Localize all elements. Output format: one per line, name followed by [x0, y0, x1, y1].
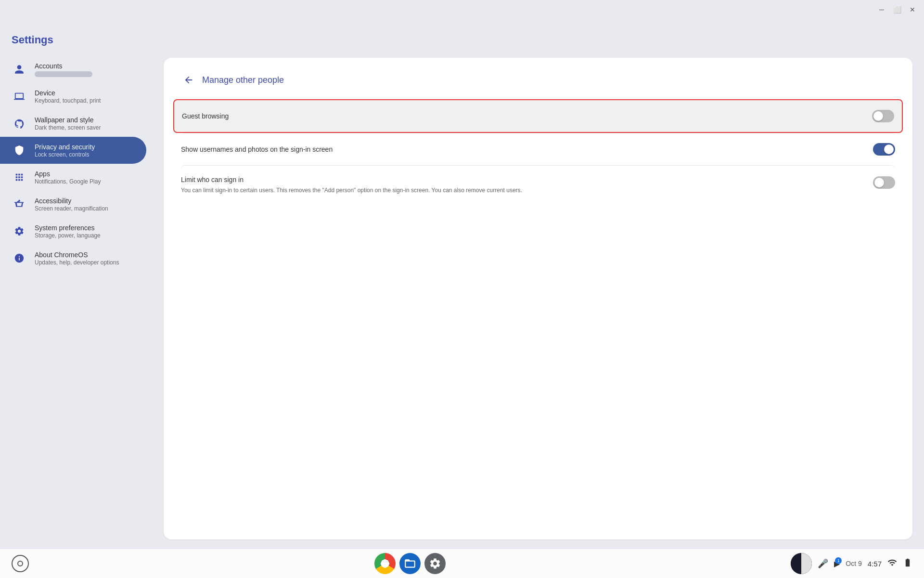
privacy-label: Privacy and security	[35, 143, 95, 151]
accessibility-label: Accessibility	[35, 197, 108, 205]
show-usernames-text: Show usernames and photos on the sign-in…	[181, 145, 873, 154]
mic-button[interactable]: 🎤	[818, 558, 828, 569]
accessibility-sub: Screen reader, magnification	[35, 205, 108, 212]
system-text: System preferences Storage, power, langu…	[35, 224, 101, 239]
accessibility-icon	[12, 197, 27, 212]
toggle-knob	[873, 111, 883, 121]
system-sub: Storage, power, language	[35, 232, 101, 239]
guest-browsing-label: Guest browsing	[182, 112, 229, 120]
account-circle-icon	[12, 62, 27, 77]
sidebar-item-accessibility[interactable]: Accessibility Screen reader, magnificati…	[0, 191, 146, 218]
limit-signin-desc: You can limit sign-in to certain users. …	[181, 186, 595, 195]
title-bar: ─ ⬜ ✕	[0, 0, 924, 19]
privacy-text: Privacy and security Lock screen, contro…	[35, 143, 95, 158]
notification-badge-count: 1	[835, 557, 842, 564]
taskbar-date: Oct 9	[846, 560, 861, 567]
sidebar-title: Settings	[0, 29, 154, 56]
taskbar-center	[374, 553, 446, 574]
files-app-icon[interactable]	[399, 553, 421, 574]
home-button-inner	[17, 561, 23, 566]
home-button[interactable]	[12, 555, 29, 572]
wallpaper-text: Wallpaper and style Dark theme, screen s…	[35, 116, 101, 131]
battery-icon	[903, 558, 912, 569]
toggle-knob-2	[884, 144, 894, 154]
sidebar-item-privacy[interactable]: Privacy and security Lock screen, contro…	[0, 137, 146, 164]
laptop-icon	[12, 89, 27, 104]
main-window: Settings Accounts Device Keyboard, touch…	[0, 19, 924, 549]
accounts-placeholder	[35, 71, 92, 77]
show-usernames-toggle[interactable]	[873, 143, 895, 156]
about-sub: Updates, help, developer options	[35, 259, 119, 266]
accounts-text: Accounts	[35, 62, 92, 77]
back-header: Manage other people	[181, 72, 895, 88]
sidebar-item-system[interactable]: System preferences Storage, power, langu…	[0, 218, 146, 245]
guest-browsing-row: Guest browsing	[173, 99, 903, 133]
sidebar-item-device[interactable]: Device Keyboard, touchpad, print	[0, 83, 146, 110]
taskbar-right: 🎤 ▶ 1 Oct 9 4:57	[791, 553, 912, 574]
close-button[interactable]: ✕	[907, 4, 918, 15]
device-sub: Keyboard, touchpad, print	[35, 97, 101, 104]
settings-app-icon[interactable]	[424, 553, 446, 574]
limit-signin-toggle[interactable]	[873, 176, 895, 189]
accessibility-text: Accessibility Screen reader, magnificati…	[35, 197, 108, 212]
shield-icon	[12, 143, 27, 158]
toggle-knob-3	[874, 178, 884, 187]
palette-icon	[12, 116, 27, 131]
media-button[interactable]	[791, 553, 812, 574]
sidebar-item-accounts[interactable]: Accounts	[0, 56, 146, 83]
maximize-button[interactable]: ⬜	[891, 4, 903, 15]
content-area: Manage other people Guest browsing Show …	[154, 19, 924, 549]
guest-browsing-text: Guest browsing	[182, 112, 872, 120]
minimize-button[interactable]: ─	[876, 4, 887, 15]
taskbar: 🎤 ▶ 1 Oct 9 4:57	[0, 549, 924, 578]
guest-browsing-toggle[interactable]	[872, 110, 894, 122]
privacy-sub: Lock screen, controls	[35, 151, 95, 158]
page-title: Manage other people	[202, 75, 284, 85]
wallpaper-label: Wallpaper and style	[35, 116, 101, 124]
show-usernames-row: Show usernames and photos on the sign-in…	[181, 133, 895, 165]
device-text: Device Keyboard, touchpad, print	[35, 89, 101, 104]
chrome-app-icon[interactable]	[374, 553, 396, 574]
limit-signin-label: Limit who can sign in	[181, 176, 244, 184]
about-text: About ChromeOS Updates, help, developer …	[35, 251, 119, 266]
gear-icon	[12, 223, 27, 239]
show-usernames-label: Show usernames and photos on the sign-in…	[181, 145, 333, 153]
back-button[interactable]	[181, 72, 196, 88]
sidebar-item-apps[interactable]: Apps Notifications, Google Play	[0, 164, 146, 191]
sidebar: Settings Accounts Device Keyboard, touch…	[0, 19, 154, 549]
notification-area[interactable]: ▶ 1	[834, 559, 840, 568]
device-label: Device	[35, 89, 101, 97]
limit-signin-text: Limit who can sign in You can limit sign…	[181, 175, 873, 195]
wallpaper-sub: Dark theme, screen saver	[35, 124, 101, 131]
info-icon	[12, 250, 27, 266]
system-label: System preferences	[35, 224, 101, 232]
apps-text: Apps Notifications, Google Play	[35, 170, 101, 185]
about-label: About ChromeOS	[35, 251, 119, 259]
apps-label: Apps	[35, 170, 101, 178]
taskbar-time: 4:57	[868, 560, 882, 568]
content-panel: Manage other people Guest browsing Show …	[164, 58, 912, 539]
sidebar-item-wallpaper[interactable]: Wallpaper and style Dark theme, screen s…	[0, 110, 146, 137]
limit-signin-row: Limit who can sign in You can limit sign…	[181, 165, 895, 204]
taskbar-left	[12, 555, 29, 572]
sidebar-item-about[interactable]: About ChromeOS Updates, help, developer …	[0, 245, 146, 272]
apps-sub: Notifications, Google Play	[35, 178, 101, 185]
wifi-icon	[887, 558, 897, 569]
accounts-label: Accounts	[35, 62, 92, 70]
grid-icon	[12, 170, 27, 185]
